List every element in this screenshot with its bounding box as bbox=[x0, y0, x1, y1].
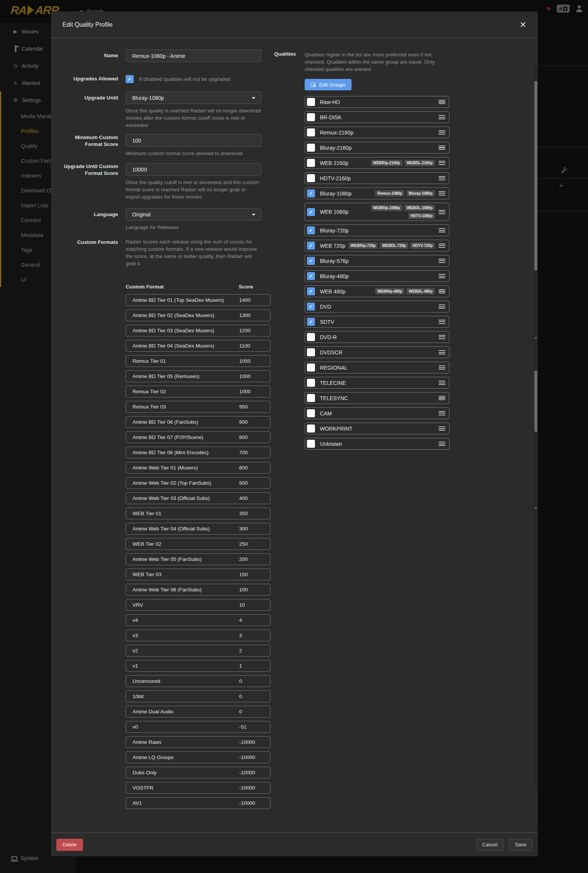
quality-checkbox[interactable] bbox=[307, 174, 315, 182]
quality-row[interactable]: ✓ DVD bbox=[305, 301, 449, 312]
quality-checkbox[interactable] bbox=[307, 113, 315, 121]
custom-format-row[interactable]: Anime BD Tier 04 (SeaDex Muxers) 1100 bbox=[126, 340, 270, 352]
custom-format-row[interactable]: Anime BD Tier 06 (FanSubs) 900 bbox=[126, 416, 270, 428]
drag-handle-icon[interactable] bbox=[439, 176, 445, 180]
custom-format-row[interactable]: VRV 10 bbox=[126, 599, 270, 611]
custom-format-row[interactable]: Anime BD Tier 02 (SeaDex Muxers) 1300 bbox=[126, 309, 270, 321]
custom-format-row[interactable]: Anime BD Tier 01 (Top SeaDex Muxers) 140… bbox=[126, 294, 270, 306]
custom-format-row[interactable]: v1 1 bbox=[126, 660, 270, 672]
drag-handle-icon[interactable] bbox=[439, 228, 445, 232]
custom-format-row[interactable]: Anime BD Tier 05 (Remuxes) 1000 bbox=[126, 370, 270, 382]
custom-format-row[interactable]: AV1 -10000 bbox=[126, 797, 270, 809]
drag-handle-icon[interactable] bbox=[439, 304, 445, 309]
scrollbar-thumb[interactable] bbox=[534, 81, 537, 271]
language-select[interactable]: Original bbox=[126, 208, 261, 221]
custom-format-row[interactable]: Anime LQ Groups -10000 bbox=[126, 751, 270, 763]
quality-row[interactable]: DVD-R bbox=[305, 331, 449, 343]
custom-format-row[interactable]: Uncensored 0 bbox=[126, 675, 270, 687]
quality-checkbox[interactable]: ✓ bbox=[307, 257, 315, 265]
drag-handle-icon[interactable] bbox=[439, 381, 445, 385]
custom-format-row[interactable]: WEB Tier 02 250 bbox=[126, 538, 270, 550]
quality-row[interactable]: ✓ Bluray-576p bbox=[305, 255, 449, 267]
quality-row[interactable]: ✓ Bluray-1080p Remux-1080pBluray-1080p bbox=[305, 187, 449, 199]
custom-format-row[interactable]: WEB Tier 01 350 bbox=[126, 508, 270, 519]
modal-scrollbar[interactable] bbox=[534, 65, 538, 789]
custom-format-row[interactable]: Anime Web Tier 01 (Muxers) 600 bbox=[126, 462, 270, 474]
drag-handle-icon[interactable] bbox=[439, 320, 445, 324]
quality-checkbox[interactable] bbox=[307, 144, 315, 152]
quality-row[interactable]: HDTV-2160p bbox=[305, 172, 449, 184]
close-icon[interactable]: ✕ bbox=[519, 21, 526, 29]
custom-format-row[interactable]: v3 3 bbox=[126, 630, 270, 641]
quality-row[interactable]: REGIONAL bbox=[305, 362, 449, 373]
quality-row[interactable]: ✓ Bluray-720p bbox=[305, 224, 449, 236]
name-input[interactable]: Remux-1080p - Anime bbox=[126, 50, 261, 62]
drag-handle-icon[interactable] bbox=[439, 161, 445, 165]
edit-groups-button[interactable]: Edit Groups bbox=[305, 79, 352, 90]
custom-format-row[interactable]: Anime Web Tier 06 (FanSubs) 100 bbox=[126, 584, 270, 596]
min-format-score-input[interactable]: 100 bbox=[126, 134, 261, 147]
quality-row[interactable]: ✓ WEB 720p WEBRip-720pWEBDL-720pHDTV-720… bbox=[305, 240, 449, 251]
custom-format-row[interactable]: Anime BD Tier 07 (P2P/Scene) 800 bbox=[126, 431, 270, 443]
quality-row[interactable]: BR-DISK bbox=[305, 111, 449, 123]
quality-checkbox[interactable] bbox=[307, 394, 315, 402]
save-button[interactable]: Save bbox=[509, 839, 532, 851]
quality-checkbox[interactable]: ✓ bbox=[307, 226, 315, 234]
drag-handle-icon[interactable] bbox=[439, 191, 445, 195]
drag-handle-icon[interactable] bbox=[439, 210, 445, 214]
custom-format-row[interactable]: Anime Raws -10000 bbox=[126, 736, 270, 748]
quality-row[interactable]: Bluray-2160p bbox=[305, 142, 449, 154]
scroll-down-icon[interactable] bbox=[535, 508, 537, 509]
upgrades-allowed-checkbox[interactable]: ✓ bbox=[126, 75, 134, 83]
scroll-up-icon[interactable] bbox=[535, 337, 537, 338]
scrollbar-thumb[interactable] bbox=[534, 371, 537, 432]
quality-row[interactable]: ✓ WEB 480p WEBRip-480pWEBDL-480p bbox=[305, 285, 449, 297]
quality-checkbox[interactable]: ✓ bbox=[307, 242, 315, 250]
quality-row[interactable]: Remux-2160p bbox=[305, 127, 449, 138]
quality-checkbox[interactable]: ✓ bbox=[307, 303, 315, 311]
quality-row[interactable]: TELESYNC bbox=[305, 392, 449, 404]
custom-format-row[interactable]: Dubs Only -10000 bbox=[126, 767, 270, 778]
custom-format-row[interactable]: Anime Web Tier 04 (Official Subs) 300 bbox=[126, 523, 270, 535]
custom-format-row[interactable]: v0 -51 bbox=[126, 721, 270, 733]
quality-row[interactable]: DVDSCR bbox=[305, 346, 449, 358]
drag-handle-icon[interactable] bbox=[439, 289, 445, 293]
quality-row[interactable]: WEB 2160p WEBRip-2160pWEBDL-2160p bbox=[305, 157, 449, 169]
custom-format-row[interactable]: 10bit 0 bbox=[126, 690, 270, 702]
drag-handle-icon[interactable] bbox=[439, 442, 445, 446]
quality-row[interactable]: TELECINE bbox=[305, 377, 449, 389]
custom-format-row[interactable]: Anime BD Tier 08 (Mini Encodes) 700 bbox=[126, 447, 270, 458]
drag-handle-icon[interactable] bbox=[439, 426, 445, 431]
quality-row[interactable]: Unknown bbox=[305, 438, 449, 450]
quality-checkbox[interactable] bbox=[307, 379, 315, 387]
quality-row[interactable]: ✓ SDTV bbox=[305, 316, 449, 328]
custom-format-row[interactable]: Remux Tier 03 950 bbox=[126, 401, 270, 413]
upgrade-until-select[interactable]: Bluray-1080p bbox=[126, 91, 261, 104]
custom-format-row[interactable]: v4 4 bbox=[126, 614, 270, 626]
quality-checkbox[interactable]: ✓ bbox=[307, 272, 315, 280]
quality-row[interactable]: CAM bbox=[305, 407, 449, 419]
custom-format-row[interactable]: VOSTFR -10000 bbox=[126, 782, 270, 794]
drag-handle-icon[interactable] bbox=[439, 259, 445, 263]
custom-format-row[interactable]: Anime BD Tier 03 (SeaDex Muxers) 1200 bbox=[126, 325, 270, 336]
drag-handle-icon[interactable] bbox=[439, 130, 445, 135]
quality-checkbox[interactable] bbox=[307, 98, 315, 106]
quality-checkbox[interactable]: ✓ bbox=[307, 287, 315, 295]
drag-handle-icon[interactable] bbox=[439, 335, 445, 339]
quality-row[interactable]: ✓ WEB 1080p WEBRip-1080pWEBDL-1080pHDTV-… bbox=[305, 203, 449, 221]
quality-checkbox[interactable] bbox=[307, 159, 315, 167]
quality-checkbox[interactable]: ✓ bbox=[307, 208, 315, 216]
drag-handle-icon[interactable] bbox=[439, 350, 445, 354]
drag-handle-icon[interactable] bbox=[439, 274, 445, 278]
drag-handle-icon[interactable] bbox=[439, 243, 445, 248]
quality-checkbox[interactable] bbox=[307, 424, 315, 432]
custom-format-row[interactable]: Anime Web Tier 02 (Top FanSubs) 500 bbox=[126, 477, 270, 489]
until-format-score-input[interactable]: 10000 bbox=[126, 163, 261, 176]
quality-checkbox[interactable] bbox=[307, 364, 315, 372]
custom-format-row[interactable]: Anime Dual Audio 0 bbox=[126, 706, 270, 718]
drag-handle-icon[interactable] bbox=[439, 396, 445, 400]
drag-handle-icon[interactable] bbox=[439, 146, 445, 150]
custom-format-row[interactable]: WEB Tier 03 150 bbox=[126, 569, 270, 580]
custom-format-row[interactable]: Remux Tier 02 1000 bbox=[126, 386, 270, 397]
custom-format-row[interactable]: Anime Web Tier 03 (Official Subs) 400 bbox=[126, 492, 270, 504]
